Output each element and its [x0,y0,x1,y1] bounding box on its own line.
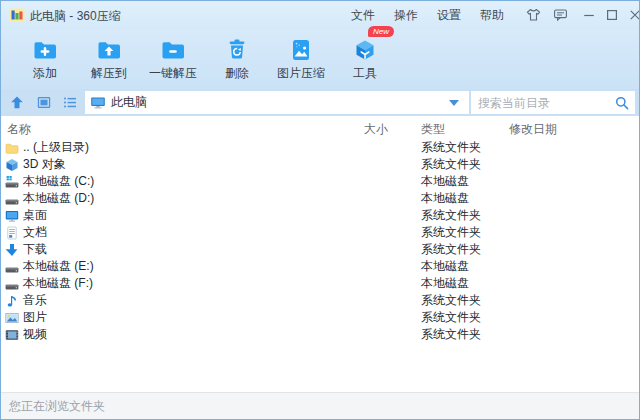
menu-settings[interactable]: 设置 [437,7,461,24]
pictures-icon [5,311,19,325]
list-view-button[interactable] [60,93,79,112]
minimize-icon [582,8,596,22]
file-name: 本地磁盘 (E:) [23,258,94,275]
app-window: 此电脑 - 360压缩 文件 操作 设置 帮助 [0,0,640,420]
close-button[interactable] [627,7,640,23]
drive-icon [5,260,19,274]
table-row[interactable]: 文档 系统文件夹 [1,224,639,241]
table-row[interactable]: 3D 对象 系统文件夹 [1,156,639,173]
column-header-name[interactable]: 名称 [7,121,31,138]
table-row[interactable]: 视频 系统文件夹 [1,326,639,343]
window-controls [581,1,640,29]
menu-operation[interactable]: 操作 [394,7,418,24]
file-type: 系统文件夹 [421,207,481,224]
drive-icon [5,277,19,291]
file-type: 系统文件夹 [421,139,481,156]
file-name: 桌面 [23,207,47,224]
current-location: 此电脑 [111,94,147,111]
panel-view-icon [36,95,52,110]
up-arrow-icon [9,95,25,110]
skin-theme-button[interactable] [525,7,541,23]
titlebar-tools [525,1,568,29]
feedback-bubble-icon [553,8,568,22]
file-type: 本地磁盘 [421,173,469,190]
table-row[interactable]: 下载 系统文件夹 [1,241,639,258]
music-icon [5,294,19,308]
navigation-row: 此电脑 [1,89,639,116]
file-name: 本地磁盘 (D:) [23,190,94,207]
menubar: 文件 操作 设置 帮助 [351,1,504,29]
menu-help[interactable]: 帮助 [480,7,504,24]
file-name: 本地磁盘 (F:) [23,275,93,292]
new-badge: New [368,26,394,37]
status-text: 您正在浏览文件夹 [9,398,105,415]
tools-button[interactable]: 工具 New [333,29,397,89]
shirt-icon [526,8,541,22]
column-header-row: 名称 大小 类型 修改日期 [1,116,639,139]
documents-icon [5,226,19,240]
folder-up-icon [5,141,19,155]
window-title: 此电脑 - 360压缩 [30,8,121,25]
minimize-button[interactable] [581,7,597,23]
file-name: 文档 [23,224,47,241]
desktop-icon [5,209,19,223]
file-name: .. (上级目录) [23,139,89,156]
table-row[interactable]: 音乐 系统文件夹 [1,292,639,309]
file-type: 系统文件夹 [421,156,481,173]
this-pc-icon [90,95,106,110]
toolbar: 添加 解压到 一键解压 删除 [1,29,639,89]
column-header-type[interactable]: 类型 [421,121,445,138]
file-list: .. (上级目录) 系统文件夹 3D 对象 系统文件夹 本地磁盘 (C:) 本地… [1,139,639,391]
address-dropdown-icon[interactable] [449,100,459,106]
column-header-size[interactable]: 大小 [364,121,388,138]
image-compress-button[interactable]: 图片压缩 [269,29,333,89]
icon-view-button[interactable] [34,93,53,112]
app-logo-icon [9,7,25,23]
file-type: 系统文件夹 [421,224,481,241]
table-row[interactable]: 本地磁盘 (E:) 本地磁盘 [1,258,639,275]
one-click-extract-button[interactable]: 一键解压 [141,29,205,89]
3d-objects-icon [5,158,19,172]
file-name: 视频 [23,326,47,343]
videos-icon [5,328,19,342]
tools-cube-icon [352,37,378,63]
toolbar-label: 添加 [33,65,57,82]
file-type: 系统文件夹 [421,241,481,258]
file-name: 图片 [23,309,47,326]
up-directory-button[interactable] [7,93,26,112]
file-type: 本地磁盘 [421,258,469,275]
list-view-icon [62,95,78,110]
delete-trash-icon [224,37,250,63]
file-name: 下载 [23,241,47,258]
table-row[interactable]: 本地磁盘 (C:) 本地磁盘 [1,173,639,190]
one-click-extract-icon [160,37,186,63]
table-row[interactable]: 本地磁盘 (D:) 本地磁盘 [1,190,639,207]
add-button[interactable]: 添加 [13,29,77,89]
extract-to-folder-icon [96,37,122,63]
table-row[interactable]: 桌面 系统文件夹 [1,207,639,224]
table-row[interactable]: .. (上级目录) 系统文件夹 [1,139,639,156]
file-type: 本地磁盘 [421,190,469,207]
feedback-button[interactable] [552,7,568,23]
search-box [471,91,635,114]
file-name: 3D 对象 [23,156,66,173]
search-input[interactable] [478,91,608,114]
address-bar[interactable]: 此电脑 [85,91,469,114]
search-icon[interactable] [614,95,630,111]
toolbar-label: 解压到 [91,65,127,82]
column-header-date[interactable]: 修改日期 [509,121,557,138]
file-name: 本地磁盘 (C:) [23,173,94,190]
delete-button[interactable]: 删除 [205,29,269,89]
file-type: 系统文件夹 [421,309,481,326]
titlebar: 此电脑 - 360压缩 文件 操作 设置 帮助 [1,1,639,29]
menu-file[interactable]: 文件 [351,7,375,24]
image-compress-icon [288,37,314,63]
table-row[interactable]: 图片 系统文件夹 [1,309,639,326]
table-row[interactable]: 本地磁盘 (F:) 本地磁盘 [1,275,639,292]
close-icon [628,8,640,22]
file-type: 本地磁盘 [421,275,469,292]
add-folder-icon [32,37,58,63]
downloads-icon [5,243,19,257]
extract-to-button[interactable]: 解压到 [77,29,141,89]
maximize-button[interactable] [604,7,620,23]
